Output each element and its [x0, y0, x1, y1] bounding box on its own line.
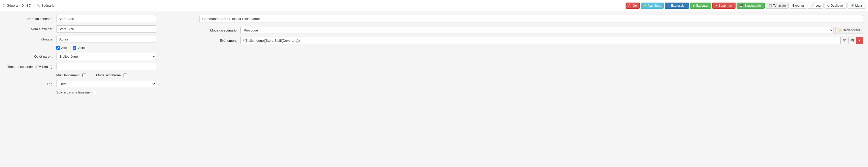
- timeout-row: Timeout secondes (0 = illimité): [5, 63, 192, 70]
- sauvegarder-button[interactable]: 💾 Sauvegarder: [737, 3, 765, 9]
- groupe-label: Groupe: [5, 37, 56, 41]
- supprimer-button[interactable]: ✕ Supprimer: [712, 3, 736, 9]
- log-icon: 📄: [811, 4, 814, 7]
- mode-select-wrapper: Provoqué ⚡ Déclencheur: [240, 27, 863, 34]
- arrete-button[interactable]: Arrêté: [625, 3, 640, 9]
- event-calendar-button[interactable]: 📅: [840, 37, 848, 44]
- event-save-button[interactable]: 💾: [848, 37, 856, 44]
- suivre-timeline-row: Suivre dans la timeline: [5, 90, 192, 94]
- scenario-icon: 🔧: [36, 4, 40, 7]
- timeout-input[interactable]: [56, 63, 156, 70]
- visible-label: Visible: [78, 46, 87, 50]
- suivre-timeline-label: Suivre dans la timeline: [56, 90, 90, 94]
- calendar-icon: 📅: [842, 39, 846, 42]
- expression-button[interactable]: ✓ Expression: [665, 3, 689, 9]
- breadcrumb: ⚙ Général (ID : 36) | 🔧 Scénario: [3, 4, 55, 7]
- dupliquer-button[interactable]: ⧉ Dupliquer: [825, 3, 846, 9]
- multi-lancement-row: Multi lancement Mode synchrone: [5, 73, 192, 77]
- dupliquer-icon: ⧉: [827, 4, 830, 7]
- actif-label: Actif: [61, 46, 67, 50]
- log-button[interactable]: 📄 Log: [808, 3, 824, 9]
- nom-scenario-input[interactable]: [56, 15, 156, 22]
- evenement-label: Événement: [199, 39, 240, 43]
- mode-synchrone-label: Mode synchrone: [96, 73, 121, 77]
- supprimer-icon: ✕: [715, 4, 718, 7]
- multi-lancement-item: Multi lancement: [56, 73, 86, 77]
- scenario-label: Scénario: [41, 4, 55, 7]
- actif-checkbox[interactable]: [56, 46, 60, 50]
- multi-lancement-label: Multi lancement: [56, 73, 80, 77]
- evenement-input[interactable]: [240, 37, 840, 44]
- right-panel: Commande Store Bibli par Slider virtuel …: [199, 15, 863, 97]
- executer-icon: ▶: [693, 4, 695, 7]
- mode-synchrone-item: Mode synchrone: [96, 73, 127, 77]
- general-label: Général (ID : 36): [7, 4, 31, 7]
- delete-icon: ✕: [858, 39, 861, 42]
- template-button[interactable]: 📋 Template: [766, 3, 789, 9]
- toolbar: Arrêté ⚡ Variables ✓ Expression ▶ Exécut…: [625, 3, 865, 9]
- liens-button[interactable]: 🔗 Liens: [847, 3, 865, 9]
- nom-afficher-label: Nom à afficher: [5, 27, 56, 31]
- visible-checkbox[interactable]: [73, 46, 76, 50]
- suivre-timeline-checkbox[interactable]: [93, 91, 96, 94]
- multi-lancement-checkbox[interactable]: [82, 74, 86, 77]
- evenement-row: Événement 📅 💾 ✕: [199, 37, 863, 44]
- mode-scenario-select[interactable]: Provoqué: [240, 27, 834, 34]
- template-icon: 📋: [769, 4, 772, 7]
- mode-scenario-row: Mode du scénario Provoqué ⚡ Déclencheur: [199, 27, 863, 34]
- nom-afficher-row: Nom à afficher: [5, 25, 192, 32]
- mode-synchrone-checkbox[interactable]: [124, 74, 127, 77]
- log-select[interactable]: Défaut: [56, 80, 156, 87]
- actif-checkbox-item: Actif: [56, 46, 67, 50]
- nom-scenario-row: Nom du scénario: [5, 15, 192, 22]
- multi-sync-group: Multi lancement Mode synchrone: [56, 73, 127, 77]
- groupe-row: Groupe: [5, 36, 192, 43]
- event-input-wrapper: 📅 💾 ✕: [240, 37, 863, 44]
- variables-button[interactable]: ⚡ Variables: [641, 3, 664, 9]
- log-label-field: Log: [5, 82, 56, 86]
- breadcrumb-scenario[interactable]: 🔧 Scénario: [36, 4, 55, 7]
- left-panel: Nom du scénario Nom à afficher Groupe Ac…: [5, 15, 192, 97]
- visible-checkbox-item: Visible: [73, 46, 87, 50]
- event-delete-button[interactable]: ✕: [856, 37, 863, 44]
- nom-afficher-input[interactable]: [56, 25, 156, 32]
- nom-scenario-label: Nom du scénario: [5, 17, 56, 21]
- sauvegarder-icon: 💾: [739, 4, 743, 7]
- suivre-timeline-item: Suivre dans la timeline: [56, 90, 96, 94]
- actif-visible-group: Actif Visible: [56, 46, 87, 50]
- groupe-input[interactable]: [56, 36, 156, 43]
- expression-icon: ✓: [668, 4, 670, 7]
- log-row: Log Défaut: [5, 80, 192, 87]
- objet-parent-select[interactable]: Bibliothèque: [56, 53, 156, 60]
- save-icon: 💾: [850, 39, 854, 42]
- breadcrumb-general[interactable]: ⚙ Général (ID : 36): [3, 4, 31, 7]
- actif-visible-row: Actif Visible: [5, 46, 192, 50]
- breadcrumb-separator: |: [33, 4, 34, 7]
- declencheur-button[interactable]: ⚡ Déclencheur: [835, 27, 863, 34]
- main-content: Nom du scénario Nom à afficher Groupe Ac…: [0, 11, 868, 101]
- timeout-label: Timeout secondes (0 = illimité): [5, 65, 56, 68]
- top-bar: ⚙ Général (ID : 36) | 🔧 Scénario Arrêté …: [0, 0, 868, 11]
- objet-parent-label: Objet parent: [5, 55, 56, 58]
- executer-button[interactable]: ▶ Exécuter: [690, 3, 711, 9]
- general-icon: ⚙: [3, 4, 6, 7]
- description-box[interactable]: Commande Store Bibli par Slider virtuel: [199, 15, 863, 23]
- liens-icon: 🔗: [850, 4, 854, 7]
- exporter-button[interactable]: Exporter: [790, 3, 807, 9]
- objet-parent-row: Objet parent Bibliothèque: [5, 53, 192, 60]
- mode-scenario-label: Mode du scénario: [199, 28, 240, 32]
- variables-icon: ⚡: [644, 4, 647, 7]
